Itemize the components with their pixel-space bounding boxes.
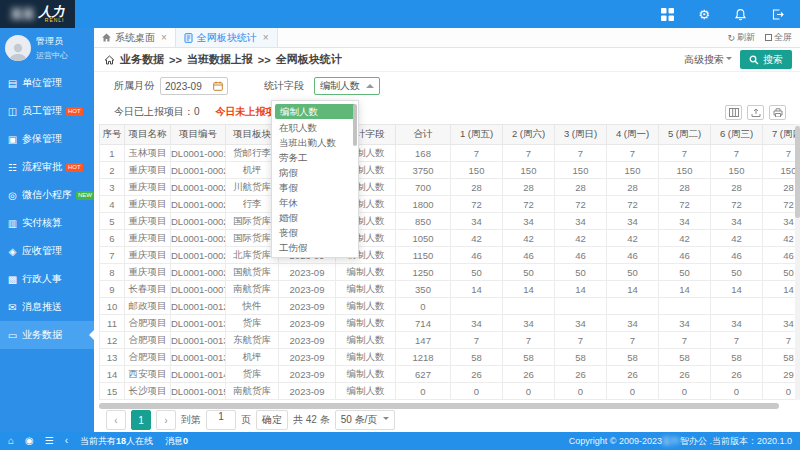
table-cell: 0: [396, 383, 451, 400]
sidebar-item-insurance[interactable]: ▣参保管理: [0, 125, 94, 153]
table-row: 15长沙项目DL0001-0015南航货库2023-09编制人数00000000: [100, 383, 800, 400]
columns-toggle-button[interactable]: [725, 105, 742, 120]
table-cell: DL0001-0002: [171, 247, 226, 264]
table-cell: 34: [555, 315, 607, 332]
page-size-select[interactable]: 50 条/页: [335, 410, 396, 430]
sidebar-item-employee[interactable]: ◫员工管理HOT: [0, 97, 94, 125]
table-cell: 2023-09: [279, 298, 336, 315]
table-cell: 编制人数: [336, 315, 396, 332]
horizontal-scrollbar-thumb[interactable]: [99, 403, 779, 409]
prev-page-button[interactable]: ‹: [106, 410, 126, 430]
table-row: 4重庆项目DL0001-0002行李2023-09编制人数18007272727…: [100, 196, 800, 213]
collapse-chevron-icon[interactable]: ‹: [65, 436, 68, 446]
table-row: 8重庆项目DL0001-0002国航货库2023-09编制人数125050505…: [100, 264, 800, 281]
home-icon: [102, 33, 111, 42]
dropdown-scrollbar-thumb[interactable]: [353, 104, 357, 146]
dropdown-option[interactable]: 丧假: [272, 225, 358, 240]
apps-grid-icon[interactable]: [661, 8, 674, 21]
table-cell: 46: [659, 247, 711, 264]
chevron-down-icon: [383, 417, 389, 423]
sidebar-item-business-data[interactable]: ▭业务数据: [0, 321, 94, 349]
sidebar-item-wechat-mini[interactable]: ◎微信小程序NEW: [0, 181, 94, 209]
table-cell: 编制人数: [336, 332, 396, 349]
table-cell: 3750: [396, 162, 451, 179]
dropdown-option[interactable]: 劳务工: [272, 150, 358, 165]
table-cell: 7: [555, 145, 607, 162]
month-input[interactable]: 2023-09: [160, 77, 228, 95]
user-name: 管理员: [36, 35, 68, 48]
table-cell: 58: [503, 349, 555, 366]
sidebar-item-hr[interactable]: ▩行政人事: [0, 265, 94, 293]
table-cell: 28: [451, 179, 503, 196]
settings-gear-icon[interactable]: ⚙: [698, 8, 710, 21]
home-icon[interactable]: ⌂: [8, 436, 14, 446]
sidebar-item-unit[interactable]: ▤单位管理: [0, 69, 94, 97]
vertical-scrollbar-thumb[interactable]: [795, 126, 800, 218]
user-profile[interactable]: 管理员 运营中心: [0, 28, 94, 69]
app-logo: 某某 人力 RENLI: [0, 0, 75, 28]
table-cell: 2023-09: [279, 264, 336, 281]
dropdown-option[interactable]: 年休: [272, 195, 358, 210]
sidebar-item-badge: HOT: [66, 107, 83, 116]
sidebar-item-receivable[interactable]: ◈应收管理: [0, 237, 94, 265]
table-cell: 编制人数: [336, 349, 396, 366]
menu-hamburger-icon[interactable]: ☰: [45, 436, 54, 446]
dropdown-option[interactable]: 婚假: [272, 210, 358, 225]
approval-icon: ☷: [7, 162, 18, 173]
table-cell: 7: [607, 332, 659, 349]
table-row: 12合肥项目DL0001-0013东航货库2023-09编制人数14777777…: [100, 332, 800, 349]
fullscreen-icon: [765, 34, 772, 41]
refresh-button[interactable]: ↻刷新: [727, 31, 755, 44]
tab-system-desktop[interactable]: 系统桌面 ×: [94, 28, 176, 47]
sidebar-item-message[interactable]: ✉消息推送: [0, 293, 94, 321]
table-cell: 2023-09: [279, 383, 336, 400]
notifications-bell-icon[interactable]: [734, 8, 747, 21]
dropdown-option[interactable]: 编制人数: [275, 104, 355, 119]
confirm-page-button[interactable]: 确定: [256, 410, 288, 430]
sidebar-item-label: 行政人事: [22, 272, 62, 286]
dropdown-option[interactable]: 事假: [272, 180, 358, 195]
table-cell: 28: [607, 179, 659, 196]
table-cell: 46: [555, 247, 607, 264]
table-cell: 34: [451, 315, 503, 332]
dropdown-options: 编制人数在职人数当班出勤人数劳务工病假事假年休婚假丧假工伤假: [272, 104, 358, 255]
goto-page-input[interactable]: 1: [206, 410, 236, 430]
logout-icon[interactable]: [771, 8, 784, 21]
table-cell: 5: [100, 213, 125, 230]
column-header: 2 (周六): [503, 125, 555, 145]
monitor-icon[interactable]: ◉: [25, 436, 34, 446]
dropdown-option[interactable]: 工伤假: [272, 240, 358, 255]
advanced-search-toggle[interactable]: 高级搜索: [684, 53, 732, 67]
page-1-button[interactable]: 1: [131, 410, 151, 430]
breadcrumb-part[interactable]: 当班数据上报: [187, 52, 253, 67]
search-button[interactable]: 搜索: [740, 50, 792, 69]
export-button[interactable]: [747, 105, 764, 120]
next-page-button[interactable]: ›: [156, 410, 176, 430]
messages-text[interactable]: 消息0: [165, 435, 188, 448]
sidebar-item-approval[interactable]: ☷流程审批HOT: [0, 153, 94, 181]
close-icon[interactable]: ×: [263, 32, 269, 43]
table-cell: 2023-09: [279, 366, 336, 383]
print-button[interactable]: [769, 105, 786, 120]
table-cell: 714: [396, 315, 451, 332]
table-cell: 编制人数: [336, 264, 396, 281]
dropdown-option[interactable]: 当班出勤人数: [272, 135, 358, 150]
breadcrumb-part[interactable]: 业务数据: [120, 52, 164, 67]
table-row: 13合肥项目DL0001-0013机坪2023-09编制人数1218585858…: [100, 349, 800, 366]
fullscreen-button[interactable]: 全屏: [765, 31, 792, 44]
sidebar-item-settlement[interactable]: ▥实付核算: [0, 209, 94, 237]
table-cell: 34: [451, 213, 503, 230]
tab-network-board-stats[interactable]: 全网板块统计 ×: [176, 28, 278, 47]
table-cell: 1800: [396, 196, 451, 213]
dropdown-option[interactable]: 病假: [272, 165, 358, 180]
breadcrumb-separator: >>: [169, 54, 182, 66]
sidebar-item-label: 员工管理: [22, 104, 62, 118]
dropdown-option[interactable]: 在职人数: [272, 120, 358, 135]
table-cell: 72: [607, 196, 659, 213]
insurance-icon: ▣: [7, 134, 18, 145]
close-icon[interactable]: ×: [161, 32, 167, 43]
online-users-text: 当前共有18人在线: [80, 435, 153, 448]
field-select[interactable]: 编制人数: [314, 77, 380, 95]
table-cell: 10: [100, 298, 125, 315]
table-cell: 机坪: [226, 349, 279, 366]
